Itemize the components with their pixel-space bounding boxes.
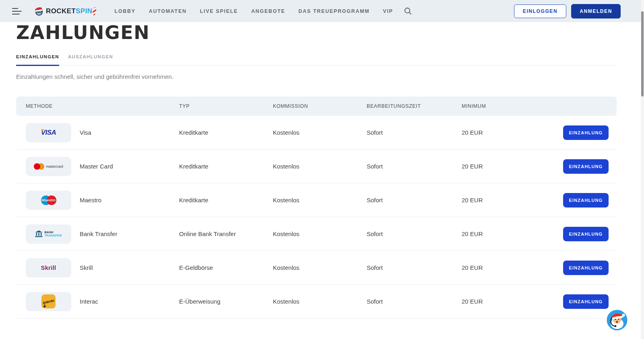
payment-processing-time: Sofort: [367, 129, 462, 136]
payment-commission: Kostenlos: [273, 298, 367, 305]
payment-type: E-Geldbörse: [179, 264, 273, 271]
payment-commission: Kostenlos: [273, 197, 367, 203]
payment-minimum: 20 EUR: [462, 264, 563, 271]
table-row: Maestro Maestro Kreditkarte Kostenlos So…: [16, 183, 617, 217]
payment-type: Kreditkarte: [179, 129, 273, 136]
payment-type: Kreditkarte: [179, 197, 273, 203]
nav-item-lobby[interactable]: LOBBY: [114, 8, 135, 14]
skrill-logo-icon: Skrill: [41, 264, 56, 271]
scrollbar-thumb[interactable]: [641, 11, 644, 97]
table-row: mastercard Master Card Kreditkarte Koste…: [16, 150, 617, 183]
nav-item-live-spiele[interactable]: LIVE SPIELE: [200, 8, 238, 14]
payment-logo-box: VISA: [26, 123, 71, 142]
nav-item-automaten[interactable]: AUTOMATEN: [149, 8, 187, 14]
payment-logo-box: Maestro: [26, 191, 71, 210]
bank-transfer-logo-icon: BANKTRANSFER: [35, 230, 62, 237]
payment-minimum: 20 EUR: [462, 129, 563, 136]
search-icon[interactable]: [404, 7, 412, 15]
payment-minimum: 20 EUR: [462, 298, 563, 305]
payment-processing-time: Sofort: [367, 264, 462, 271]
deposit-button[interactable]: EINZAHLUNG: [563, 159, 609, 174]
payment-name: Maestro: [80, 197, 179, 203]
payment-name: Bank Transfer: [80, 230, 179, 237]
payment-name: Skrill: [80, 264, 179, 271]
table-header-row: METHODE TYP KOMMISSION BEARBEITUNGSZEIT …: [16, 97, 617, 116]
payment-methods-table: METHODE TYP KOMMISSION BEARBEITUNGSZEIT …: [16, 97, 617, 318]
column-header-methode: METHODE: [26, 103, 179, 109]
column-header-minimum: MINIMUM: [462, 103, 563, 109]
payment-minimum: 20 EUR: [462, 230, 563, 237]
hamburger-menu-icon[interactable]: [12, 8, 22, 14]
login-button[interactable]: EINLOGGEN: [514, 4, 566, 18]
payment-processing-time: Sofort: [367, 298, 462, 305]
payments-tabs: EINZAHLUNGEN AUSZAHLUNGEN: [16, 54, 617, 66]
table-row: BANKTRANSFER Bank Transfer Online Bank T…: [16, 217, 617, 251]
table-row: Interac Interac E-Überweisung Kostenlos …: [16, 285, 617, 318]
payment-commission: Kostenlos: [273, 264, 367, 271]
interac-logo-icon: Interac: [41, 294, 56, 308]
payment-commission: Kostenlos: [273, 163, 367, 170]
column-header-kommission: KOMMISSION: [273, 103, 367, 109]
payment-type: Kreditkarte: [179, 163, 273, 170]
nav-item-angebote[interactable]: ANGEBOTE: [251, 8, 285, 14]
payment-type: Online Bank Transfer: [179, 230, 273, 237]
logo-wordmark: ROCKETSPIN: [46, 7, 92, 15]
payment-name: Master Card: [80, 163, 179, 170]
maestro-logo-icon: Maestro: [40, 195, 58, 205]
nav-item-das-treueprogramm[interactable]: DAS TREUEPROGRAMM: [299, 8, 370, 14]
payment-logo-box: mastercard: [26, 157, 71, 176]
payment-processing-time: Sofort: [367, 197, 462, 203]
payment-logo-box: BANKTRANSFER: [26, 224, 71, 244]
column-header-bearbeitungszeit: BEARBEITUNGSZEIT: [367, 103, 462, 109]
support-santa-mascot-icon[interactable]: [605, 308, 629, 332]
visa-logo-icon: VISA: [41, 129, 56, 137]
payment-processing-time: Sofort: [367, 163, 462, 170]
payment-commission: Kostenlos: [273, 230, 367, 237]
deposit-button[interactable]: EINZAHLUNG: [563, 261, 609, 275]
deposit-button[interactable]: EINZAHLUNG: [563, 125, 609, 140]
deposit-button[interactable]: EINZAHLUNG: [563, 227, 609, 241]
payment-commission: Kostenlos: [273, 129, 367, 136]
signup-button[interactable]: ANMELDEN: [571, 4, 621, 18]
tab-einzahlungen[interactable]: EINZAHLUNGEN: [16, 54, 59, 65]
main-nav: LOBBYAUTOMATENLIVE SPIELEANGEBOTEDAS TRE…: [114, 8, 393, 14]
payment-minimum: 20 EUR: [462, 197, 563, 203]
top-navigation-bar: ROCKETSPIN LOBBYAUTOMATENLIVE SPIELEANGE…: [0, 0, 644, 22]
payment-logo-box: Interac: [26, 292, 71, 311]
page-subtitle: Einzahlungen schnell, sicher und gebühre…: [16, 73, 617, 80]
payment-type: E-Überweisung: [179, 298, 273, 305]
mastercard-logo-icon: mastercard: [34, 163, 63, 170]
nav-item-vip[interactable]: VIP: [383, 8, 393, 14]
payments-page: ZAHLUNGEN EINZAHLUNGEN AUSZAHLUNGEN Einz…: [0, 22, 644, 339]
table-row: VISA Visa Kreditkarte Kostenlos Sofort 2…: [16, 116, 617, 150]
rocketspin-logo[interactable]: ROCKETSPIN: [33, 5, 96, 17]
payment-name: Visa: [80, 129, 179, 136]
scrollbar-track[interactable]: [641, 0, 644, 339]
tab-auszahlungen[interactable]: AUSZAHLUNGEN: [68, 54, 113, 65]
candy-cane-icon: [92, 7, 97, 15]
santa-logo-icon: [33, 5, 45, 17]
page-title: ZAHLUNGEN: [16, 23, 617, 42]
deposit-button[interactable]: EINZAHLUNG: [563, 294, 609, 309]
payment-processing-time: Sofort: [367, 230, 462, 237]
column-header-typ: TYP: [179, 103, 273, 109]
payment-logo-box: Skrill: [26, 258, 71, 277]
deposit-button[interactable]: EINZAHLUNG: [563, 193, 609, 208]
table-row: Skrill Skrill E-Geldbörse Kostenlos Sofo…: [16, 251, 617, 285]
payment-minimum: 20 EUR: [462, 163, 563, 170]
payment-name: Interac: [80, 298, 179, 305]
